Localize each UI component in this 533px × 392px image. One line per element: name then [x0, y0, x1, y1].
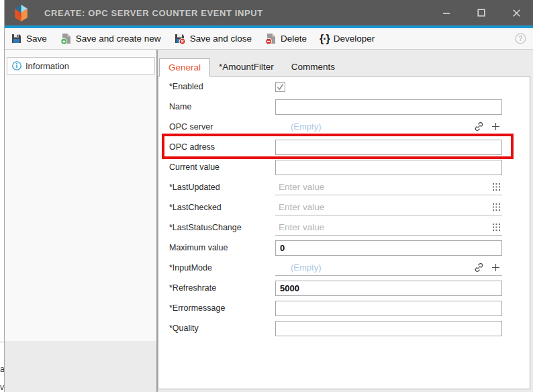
grid-icon[interactable]	[493, 224, 500, 231]
window-controls	[442, 8, 526, 17]
date-picker-actions	[493, 203, 502, 211]
tab-amountfilter[interactable]: *AmountFilter	[210, 58, 283, 76]
save-create-new-icon	[60, 33, 72, 45]
form-row-lastupdated: *LastUpdatedEnter value	[158, 177, 530, 197]
field-placeholder: Enter value	[279, 222, 324, 232]
field-value-area: Enter value	[275, 197, 502, 217]
tab-bar: General*AmountFilterComments	[159, 57, 530, 76]
save-icon	[11, 33, 22, 44]
maximum-value-input[interactable]	[275, 240, 502, 256]
form-panel: *EnabledNameOPC server(Empty)OPC adressC…	[158, 76, 530, 389]
save-button[interactable]: Save	[11, 33, 47, 44]
grid-icon[interactable]	[493, 183, 500, 191]
current-value-input[interactable]	[275, 160, 502, 175]
field-label: *Quality	[169, 324, 275, 333]
maximize-button[interactable]	[477, 8, 486, 17]
field-value-area	[275, 137, 502, 157]
field-label: *Enabled	[169, 82, 275, 91]
developer-button[interactable]: {·}Developer	[320, 33, 375, 45]
field-value-area	[275, 318, 502, 338]
field-label: *LastUpdated	[169, 183, 275, 192]
field-label: Name	[169, 102, 275, 111]
form-row-refreshrate: *Refreshrate	[158, 278, 530, 298]
lookup-actions	[474, 262, 502, 273]
content-area: Information General*AmountFilterComments…	[5, 50, 533, 392]
lookup-actions	[474, 121, 502, 132]
tab-comments[interactable]: Comments	[283, 58, 344, 76]
link-icon[interactable]	[474, 262, 484, 273]
field-placeholder: Enter value	[279, 182, 324, 192]
laststatuschange-date-field[interactable]: Enter value	[275, 219, 502, 236]
field-value-area	[275, 238, 502, 258]
minimize-button[interactable]	[442, 8, 451, 17]
opc-server-lookup[interactable]: (Empty)	[275, 118, 502, 135]
save-and-create-new-button[interactable]: Save and create new	[60, 33, 161, 45]
lastupdated-date-field[interactable]: Enter value	[275, 179, 502, 195]
field-label: *LastChecked	[169, 203, 275, 212]
sidebar: Information	[5, 50, 156, 392]
delete-button[interactable]: Delete	[264, 33, 307, 45]
field-label: *Refreshrate	[169, 283, 275, 293]
grid-icon[interactable]	[493, 203, 500, 211]
tab-general[interactable]: General	[159, 58, 210, 77]
dialog-window: CREATE: OPC SERVER COUNTER EVENT INPUT S…	[5, 0, 533, 392]
app-logo-icon	[13, 4, 30, 22]
toolbar-button-label: Developer	[334, 34, 375, 44]
date-picker-actions	[493, 183, 502, 191]
sidebar-panel	[5, 50, 156, 341]
lastchecked-date-field[interactable]: Enter value	[275, 199, 502, 215]
link-icon[interactable]	[474, 121, 484, 132]
refreshrate-input[interactable]	[275, 281, 502, 296]
opc-adress-input[interactable]	[275, 140, 502, 155]
title-bar: CREATE: OPC SERVER COUNTER EVENT INPUT	[5, 0, 533, 26]
errormessage-input[interactable]	[275, 301, 502, 316]
quality-input[interactable]	[275, 321, 502, 336]
developer-icon: {·}	[320, 33, 330, 45]
delete-icon	[264, 33, 277, 45]
lookup-value: (Empty)	[291, 262, 322, 273]
field-label: *LastStatusChange	[169, 223, 275, 232]
field-label: OPC server	[169, 122, 275, 132]
close-button[interactable]	[512, 8, 521, 17]
add-icon[interactable]	[491, 122, 500, 131]
form-row-laststatuschange: *LastStatusChangeEnter value	[158, 217, 530, 238]
svg-text:?: ?	[518, 34, 522, 42]
info-icon	[12, 61, 21, 70]
name-input[interactable]	[275, 99, 502, 115]
main-area: General*AmountFilterComments *EnabledNam…	[158, 50, 533, 392]
field-value-area: (Empty)	[275, 117, 502, 137]
form-row-opc-adress: OPC adress	[158, 137, 530, 157]
form-row-opc-server: OPC server(Empty)	[158, 117, 530, 137]
field-placeholder: Enter value	[279, 202, 324, 212]
save-close-icon	[174, 33, 186, 45]
toolbar-button-label: Delete	[281, 34, 307, 44]
field-value-area: Enter value	[275, 177, 502, 197]
toolbar-button-label: Save and close	[190, 34, 252, 44]
form-row-name: Name	[158, 97, 530, 117]
field-value-area	[275, 77, 502, 97]
toolbar: SaveSave and create newSave and closeDel…	[5, 28, 533, 50]
save-and-close-button[interactable]: Save and close	[174, 33, 252, 45]
inputmode-lookup[interactable]: (Empty)	[275, 259, 502, 276]
form-row-quality: *Quality	[158, 318, 530, 338]
add-icon[interactable]	[491, 263, 500, 272]
toolbar-button-label: Save	[26, 34, 47, 44]
enabled-checkbox[interactable]	[275, 82, 285, 92]
form-row-maximum-value: Maximum value	[158, 238, 530, 258]
window-title: CREATE: OPC SERVER COUNTER EVENT INPUT	[44, 8, 263, 18]
field-value-area	[275, 157, 502, 177]
sidebar-item-information[interactable]: Information	[7, 57, 155, 75]
form-row-lastchecked: *LastCheckedEnter value	[158, 197, 530, 217]
background-window-sliver: ar vi	[0, 0, 5, 392]
sidebar-item-label: Information	[26, 61, 69, 71]
background-divider	[0, 342, 5, 342]
toolbar-button-label: Save and create new	[76, 34, 161, 44]
form-row-enabled: *Enabled	[158, 77, 530, 97]
field-value-area	[275, 278, 502, 298]
background-text-fragment: vi	[0, 383, 5, 392]
field-value-area	[275, 97, 502, 117]
check-icon	[276, 83, 285, 91]
field-value-area: (Empty)	[275, 258, 502, 278]
help-icon[interactable]: ?	[515, 33, 526, 44]
field-label: OPC adress	[169, 142, 275, 152]
